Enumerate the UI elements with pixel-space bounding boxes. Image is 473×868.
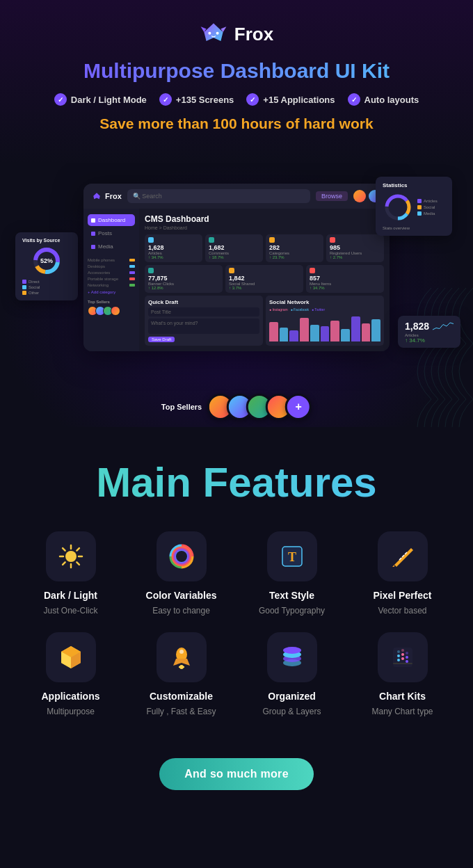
stats-overlay-title: Statistics [383, 182, 445, 188]
dashboard-layout: Dashboard Posts Media Mobile phones Desk… [83, 209, 390, 351]
hero-section: Frox Multipurpose Dashboard UI Kit ✓ Dar… [0, 0, 473, 163]
sidebar-top-sellers: Top Sellers [88, 300, 135, 304]
bar-9 [351, 316, 360, 341]
bar-11 [371, 319, 380, 341]
custom-icon [168, 643, 195, 671]
dash-browse-button: Browse [316, 191, 348, 201]
sidebar-item-media: Media [88, 241, 135, 252]
svg-point-20 [176, 551, 187, 562]
feature-applications: Applications Multipurpose [21, 632, 120, 716]
stat-icon-social [229, 268, 234, 273]
feature-chart-kits: Chart Kits Many Chart type [353, 632, 452, 716]
svg-line-17 [77, 548, 79, 551]
feature-desc-chart: Many Chart type [371, 707, 433, 716]
stat-menu: 857 Menu Items ↑ 34.7% [306, 265, 384, 293]
svg-point-47 [401, 649, 404, 652]
feature-desc-color: Easy to change [152, 606, 210, 616]
social-card-title: Social Network [269, 299, 380, 305]
hero-title: Multipurpose Dashboard UI Kit [14, 58, 459, 83]
features-grid: Dark / Light Just One-Click [21, 531, 452, 716]
stat-num-categories: 282 [269, 244, 320, 251]
stats-donut-row: Articles Social Media [383, 192, 445, 223]
feature-customizable: Customizable Fully , Fast & Easy [131, 632, 231, 716]
svg-point-10 [65, 551, 77, 562]
stat-users: 985 Registered Users ↑ 2.7% [326, 234, 384, 262]
badges-row: ✓ Dark / Light Mode ✓ +135 Screens ✓ +15… [14, 93, 459, 106]
stat-articles: 1,628 Articles ↑ 34.7% [145, 234, 202, 262]
stats-row-1: 1,628 Articles ↑ 34.7% 1,682 Comments ↑ … [145, 234, 384, 262]
box-icon [57, 643, 85, 671]
stat-icon-comments [209, 237, 214, 243]
stat-num-banner: 77,875 [148, 275, 219, 282]
badge-screens: ✓ +135 Screens [159, 93, 234, 106]
top-sellers-label: Top Sellers [161, 403, 202, 411]
stat-change-menu: ↑ 34.7% [310, 286, 380, 290]
sparkline-icon [433, 320, 454, 332]
feature-desc-org: Group & Layers [262, 707, 321, 716]
visit-donut-chart: 52% [31, 246, 62, 276]
action-change-value: ↑ 34.7% [405, 337, 454, 344]
features-section: Main Features Dark / Light Just O [0, 427, 473, 737]
stat-change-users: ↑ 2.7% [330, 255, 380, 259]
stat-num-social: 1,842 [229, 275, 300, 282]
seller-plus-btn[interactable]: + [285, 394, 312, 420]
dash-logo: Frox [92, 192, 122, 200]
draft-post-title: Post Title [148, 307, 259, 316]
svg-point-45 [401, 657, 404, 660]
bar-6 [321, 326, 330, 341]
feature-desc-dark-light: Just One-Click [43, 606, 97, 616]
dashboard-main-content: CMS Dashboard Home > Dashboard 1,628 Art… [139, 209, 390, 351]
svg-point-0 [208, 32, 211, 35]
action-overlay-card: 1,828 Articles ↑ 34.7% [398, 316, 460, 348]
dashboard-bottom-row: Quick Draft Post Title What's on your mi… [145, 296, 384, 346]
cta-button[interactable]: And so much more [159, 758, 314, 790]
svg-line-18 [63, 562, 65, 565]
bar-1 [269, 322, 278, 341]
sidebar-seller-avatars [88, 306, 135, 316]
stat-social: 1,842 Social Shared ↑ 3.7% [225, 265, 303, 293]
stat-icon-banner [148, 268, 154, 273]
stats-donut-svg [383, 192, 413, 223]
text-style-icon: T [278, 542, 306, 570]
dashboard-preview: Visits by Source 52% Direct Social Other… [0, 163, 473, 427]
svg-point-48 [406, 660, 408, 663]
dashboard-sidebar: Dashboard Posts Media Mobile phones Desk… [83, 209, 139, 351]
sidebar-dot-2 [91, 232, 95, 236]
stat-icon-menu [310, 268, 315, 273]
stat-num-articles: 1,628 [148, 244, 199, 251]
stat-change-social: ↑ 3.7% [229, 286, 300, 290]
feature-dark-light: Dark / Light Just One-Click [21, 531, 120, 616]
stats-subtitle: Stats overview [383, 226, 445, 230]
svg-point-36 [179, 650, 184, 654]
draft-save-btn[interactable]: Save Draft [148, 337, 175, 342]
svg-text:T: T [287, 550, 296, 564]
bar-2 [280, 328, 289, 341]
feature-name-custom: Customizable [150, 691, 213, 702]
chart-legend: ● Instagram ● Facebook ● Twitter [269, 307, 380, 312]
sidebar-categories: Mobile phones Desktops Accessories Porta… [88, 258, 135, 294]
stat-change-banner: ↑ 12.8% [148, 286, 219, 290]
sidebar-item-posts: Posts [88, 227, 135, 239]
svg-line-15 [63, 548, 65, 551]
stat-icon-articles [148, 237, 154, 243]
bar-7 [330, 321, 339, 341]
feature-name-chart: Chart Kits [379, 691, 426, 702]
feature-icon-box-apps [46, 632, 96, 682]
svg-point-1 [216, 32, 218, 35]
badge-layouts: ✓ Auto layouts [348, 93, 419, 106]
sidebar-item-dashboard: Dashboard [88, 214, 135, 226]
quick-draft-card: Quick Draft Post Title What's on your mi… [145, 296, 263, 346]
stat-change-articles: ↑ 34.7% [148, 255, 199, 259]
svg-point-42 [397, 659, 400, 661]
svg-line-16 [77, 562, 79, 565]
feature-icon-box-org [267, 632, 317, 682]
action-big-number: 1,828 [405, 321, 429, 332]
bar-10 [362, 323, 371, 341]
stat-banner: 77,875 Banner Clicks ↑ 12.8% [145, 265, 223, 293]
visit-percent: 52% [40, 257, 53, 264]
badge-dark-light: ✓ Dark / Light Mode [54, 93, 147, 106]
feature-desc-pixel: Vector based [378, 606, 426, 616]
feature-icon-box-custom [157, 632, 207, 682]
avatar-1 [353, 190, 366, 202]
social-bar-chart [269, 314, 380, 341]
